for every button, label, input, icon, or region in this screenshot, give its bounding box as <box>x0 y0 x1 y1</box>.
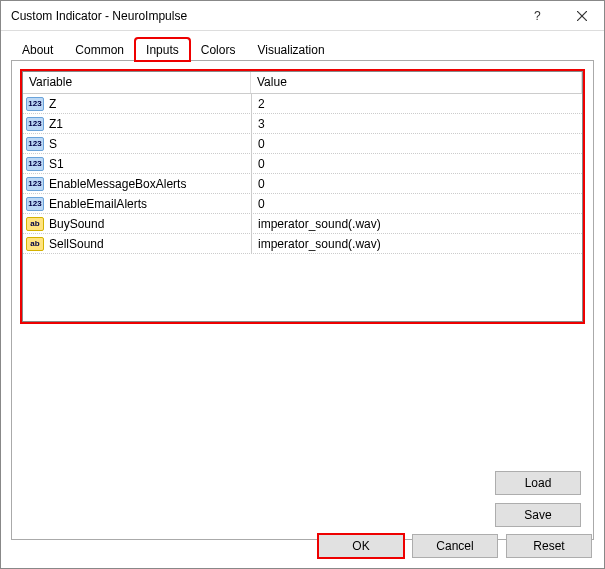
tab-visualization[interactable]: Visualization <box>246 38 335 61</box>
close-button[interactable] <box>559 1 604 31</box>
variable-name: SellSound <box>47 237 251 251</box>
ok-button[interactable]: OK <box>318 534 404 558</box>
table-row[interactable]: 123EnableMessageBoxAlerts0 <box>23 174 582 194</box>
dialog-window: Custom Indicator - NeuroImpulse ? About … <box>0 0 605 569</box>
string-type-icon: ab <box>26 237 44 251</box>
reset-button[interactable]: Reset <box>506 534 592 558</box>
tab-inputs[interactable]: Inputs <box>135 38 190 61</box>
tab-colors[interactable]: Colors <box>190 38 247 61</box>
int-type-icon: 123 <box>26 157 44 171</box>
side-buttons: Load Save <box>495 471 581 527</box>
variable-name: EnableMessageBoxAlerts <box>47 177 251 191</box>
variable-value[interactable]: imperator_sound(.wav) <box>251 234 582 253</box>
header-variable[interactable]: Variable <box>23 72 251 93</box>
inputs-grid[interactable]: Variable Value 123Z2123Z13123S0123S10123… <box>22 71 583 322</box>
titlebar: Custom Indicator - NeuroImpulse ? <box>1 1 604 31</box>
cancel-button[interactable]: Cancel <box>412 534 498 558</box>
variable-value[interactable]: 0 <box>251 174 582 193</box>
int-type-icon: 123 <box>26 177 44 191</box>
int-type-icon: 123 <box>26 117 44 131</box>
inputs-table-highlight: Variable Value 123Z2123Z13123S0123S10123… <box>20 69 585 324</box>
save-button[interactable]: Save <box>495 503 581 527</box>
tab-content: Variable Value 123Z2123Z13123S0123S10123… <box>11 60 594 540</box>
int-type-icon: 123 <box>26 137 44 151</box>
load-button[interactable]: Load <box>495 471 581 495</box>
table-row[interactable]: abBuySoundimperator_sound(.wav) <box>23 214 582 234</box>
int-type-icon: 123 <box>26 197 44 211</box>
variable-value[interactable]: 0 <box>251 154 582 173</box>
variable-name: S <box>47 137 251 151</box>
table-row[interactable]: 123S0 <box>23 134 582 154</box>
table-row[interactable]: abSellSoundimperator_sound(.wav) <box>23 234 582 254</box>
int-type-icon: 123 <box>26 97 44 111</box>
table-row[interactable]: 123S10 <box>23 154 582 174</box>
variable-value[interactable]: 2 <box>251 94 582 113</box>
variable-name: Z <box>47 97 251 111</box>
variable-name: S1 <box>47 157 251 171</box>
variable-name: EnableEmailAlerts <box>47 197 251 211</box>
variable-name: Z1 <box>47 117 251 131</box>
help-button[interactable]: ? <box>514 1 559 31</box>
footer-buttons: OK Cancel Reset <box>318 534 592 558</box>
variable-value[interactable]: 0 <box>251 194 582 213</box>
tab-about[interactable]: About <box>11 38 64 61</box>
table-row[interactable]: 123EnableEmailAlerts0 <box>23 194 582 214</box>
variable-value[interactable]: 3 <box>251 114 582 133</box>
string-type-icon: ab <box>26 217 44 231</box>
tab-common[interactable]: Common <box>64 38 135 61</box>
window-title: Custom Indicator - NeuroImpulse <box>11 9 514 23</box>
grid-header: Variable Value <box>23 72 582 94</box>
variable-value[interactable]: imperator_sound(.wav) <box>251 214 582 233</box>
table-row[interactable]: 123Z13 <box>23 114 582 134</box>
header-value[interactable]: Value <box>251 72 582 93</box>
svg-text:?: ? <box>534 9 541 23</box>
table-row[interactable]: 123Z2 <box>23 94 582 114</box>
tab-strip: About Common Inputs Colors Visualization <box>1 31 604 60</box>
variable-name: BuySound <box>47 217 251 231</box>
variable-value[interactable]: 0 <box>251 134 582 153</box>
